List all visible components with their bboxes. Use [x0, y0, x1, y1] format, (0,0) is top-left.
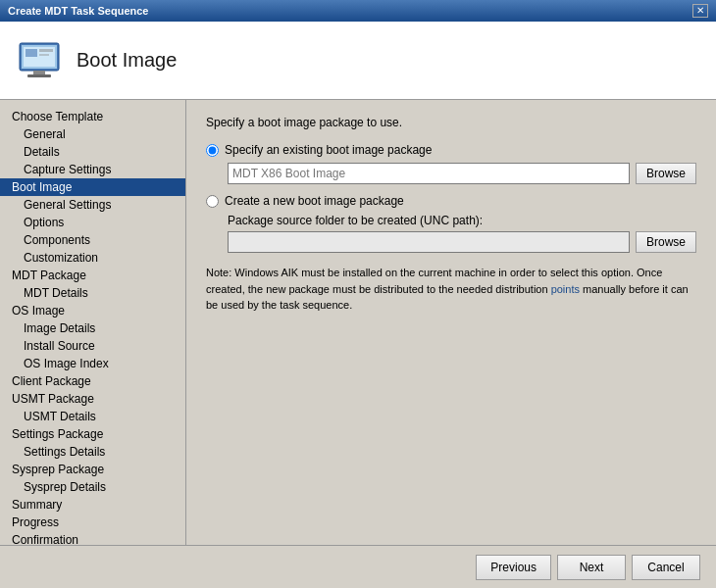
sidebar-item-mdt-package[interactable]: MDT Package: [0, 267, 185, 284]
sidebar-item-details[interactable]: Details: [0, 143, 185, 161]
sidebar-item-progress[interactable]: Progress: [0, 514, 185, 531]
sidebar-item-confirmation[interactable]: Confirmation: [0, 531, 185, 545]
next-button[interactable]: Next: [557, 555, 626, 580]
sidebar-item-settings-details[interactable]: Settings Details: [0, 443, 185, 461]
sidebar-item-general-settings[interactable]: General Settings: [0, 196, 185, 214]
radio-new[interactable]: [206, 195, 219, 208]
sidebar-item-mdt-details[interactable]: MDT Details: [0, 284, 185, 302]
previous-button[interactable]: Previous: [476, 555, 551, 580]
section-title: Specify a boot image package to use.: [206, 116, 696, 129]
radio-existing-label[interactable]: Specify an existing boot image package: [225, 143, 432, 157]
note-box: Note: Windows AIK must be installed on t…: [206, 265, 696, 314]
sidebar-item-boot-image[interactable]: Boot Image: [0, 178, 185, 196]
dialog: Boot Image Choose TemplateGeneralDetails…: [0, 22, 716, 588]
radio-new-label[interactable]: Create a new boot image package: [225, 194, 404, 208]
sidebar-item-sysprep-package[interactable]: Sysprep Package: [0, 461, 185, 478]
sidebar-item-os-image[interactable]: OS Image: [0, 302, 185, 319]
package-source-input-row: Browse: [228, 231, 696, 253]
sidebar-item-os-image-index[interactable]: OS Image Index: [0, 355, 185, 372]
dialog-title: Boot Image: [77, 49, 177, 72]
sidebar: Choose TemplateGeneralDetailsCapture Set…: [0, 100, 186, 545]
svg-rect-6: [33, 71, 45, 74]
note-text: Note: Windows AIK must be installed on t…: [206, 267, 689, 311]
radio-new-row: Create a new boot image package: [206, 194, 696, 208]
sidebar-item-general[interactable]: General: [0, 125, 185, 143]
header-icon: [16, 37, 63, 84]
dialog-body: Choose TemplateGeneralDetailsCapture Set…: [0, 100, 716, 545]
browse-new-button[interactable]: Browse: [636, 231, 696, 253]
svg-rect-4: [39, 49, 53, 52]
radio-existing-row: Specify an existing boot image package: [206, 143, 696, 157]
sidebar-item-image-details[interactable]: Image Details: [0, 319, 185, 337]
title-bar-label: Create MDT Task Sequence: [8, 5, 148, 17]
computer-icon: [16, 37, 63, 84]
browse-existing-button[interactable]: Browse: [636, 163, 696, 184]
main-content: Specify a boot image package to use. Spe…: [186, 100, 716, 545]
existing-boot-image-input[interactable]: [228, 163, 630, 184]
sidebar-item-summary[interactable]: Summary: [0, 496, 185, 514]
svg-rect-7: [27, 74, 51, 77]
sidebar-item-install-source[interactable]: Install Source: [0, 337, 185, 355]
existing-input-row: Browse: [228, 163, 696, 184]
package-source-input[interactable]: [228, 231, 630, 253]
sidebar-item-components[interactable]: Components: [0, 231, 185, 249]
package-source-label: Package source folder to be created (UNC…: [228, 214, 696, 227]
sidebar-item-settings-package[interactable]: Settings Package: [0, 425, 185, 443]
sidebar-item-options[interactable]: Options: [0, 214, 185, 231]
title-bar-title: Create MDT Task Sequence: [8, 5, 148, 17]
sidebar-item-client-package[interactable]: Client Package: [0, 372, 185, 390]
sidebar-item-customization[interactable]: Customization: [0, 249, 185, 267]
title-bar: Create MDT Task Sequence ✕: [0, 0, 716, 22]
sidebar-item-sysprep-details[interactable]: Sysprep Details: [0, 478, 185, 496]
sidebar-item-choose-template[interactable]: Choose Template: [0, 108, 185, 125]
dialog-footer: Previous Next Cancel: [0, 545, 716, 588]
sidebar-item-usmt-package[interactable]: USMT Package: [0, 390, 185, 408]
svg-rect-3: [26, 49, 37, 57]
close-button[interactable]: ✕: [692, 4, 708, 18]
radio-existing[interactable]: [206, 144, 219, 157]
sidebar-item-capture-settings[interactable]: Capture Settings: [0, 161, 185, 178]
sidebar-item-usmt-details[interactable]: USMT Details: [0, 408, 185, 425]
dialog-header: Boot Image: [0, 22, 716, 100]
note-link: points: [551, 283, 580, 295]
svg-rect-5: [39, 54, 49, 56]
cancel-button[interactable]: Cancel: [632, 555, 700, 580]
